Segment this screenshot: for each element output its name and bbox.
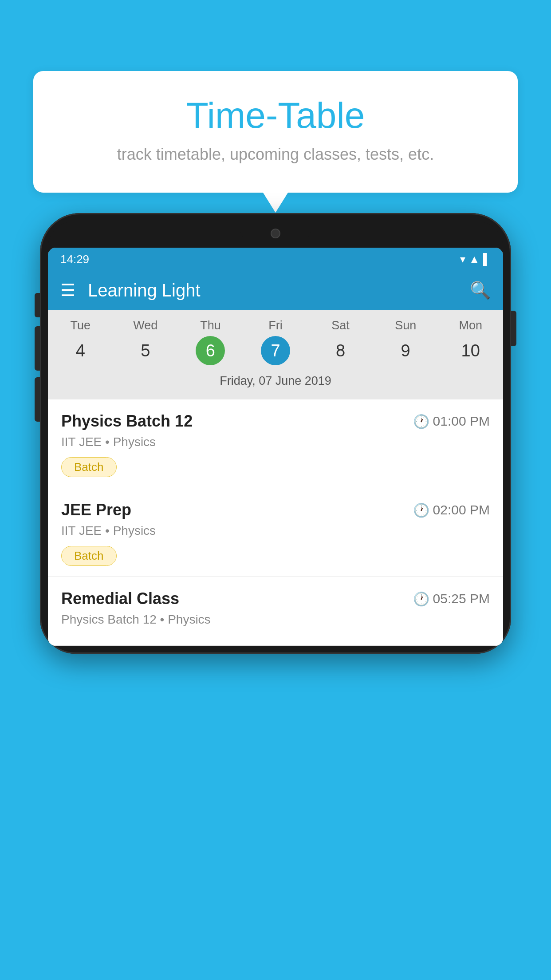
day-cell[interactable]: Mon10 — [438, 319, 503, 365]
schedule-list: Physics Batch 12🕐 01:00 PMIIT JEE • Phys… — [48, 399, 503, 646]
volume-up-button — [35, 326, 40, 371]
day-name: Wed — [113, 319, 178, 332]
days-row: Tue4Wed5Thu6Fri7Sat8Sun9Mon10 — [48, 319, 503, 365]
day-cell[interactable]: Tue4 — [48, 319, 113, 365]
bubble-subtitle: track timetable, upcoming classes, tests… — [60, 145, 491, 164]
schedule-subtitle: Physics Batch 12 • Physics — [61, 612, 490, 627]
day-name: Sun — [373, 319, 438, 332]
schedule-item-header: JEE Prep🕐 02:00 PM — [61, 501, 490, 519]
batch-badge: Batch — [61, 546, 117, 566]
app-title: Learning Light — [88, 281, 470, 300]
day-number: 8 — [326, 336, 355, 365]
day-cell[interactable]: Sat8 — [308, 319, 373, 365]
day-number: 6 — [196, 336, 225, 365]
notch — [240, 221, 311, 245]
signal-icon: ▲ — [469, 253, 480, 265]
search-icon[interactable]: 🔍 — [470, 281, 491, 300]
schedule-time: 🕐 05:25 PM — [413, 591, 490, 607]
phone-wrapper: 14:29 ▾ ▲ ▌ ☰ Learning Light 🔍 Tue4Wed5T… — [40, 213, 511, 980]
speech-bubble: Time-Table track timetable, upcoming cla… — [33, 71, 518, 193]
status-time: 14:29 — [60, 253, 89, 266]
day-cell[interactable]: Fri7 — [243, 319, 308, 365]
camera — [271, 229, 280, 238]
battery-icon: ▌ — [483, 253, 491, 265]
app-bar: ☰ Learning Light 🔍 — [48, 271, 503, 310]
day-cell[interactable]: Thu6 — [178, 319, 243, 365]
schedule-time: 🕐 02:00 PM — [413, 502, 490, 518]
day-number: 4 — [66, 336, 95, 365]
schedule-item-header: Physics Batch 12🕐 01:00 PM — [61, 412, 490, 431]
day-number: 9 — [391, 336, 420, 365]
day-name: Fri — [243, 319, 308, 332]
day-name: Mon — [438, 319, 503, 332]
speech-bubble-container: Time-Table track timetable, upcoming cla… — [33, 71, 518, 193]
schedule-subtitle: IIT JEE • Physics — [61, 435, 490, 449]
schedule-subtitle: IIT JEE • Physics — [61, 524, 490, 538]
day-number: 7 — [261, 336, 290, 365]
volume-silent-button — [35, 293, 40, 317]
menu-icon[interactable]: ☰ — [60, 281, 75, 300]
schedule-item[interactable]: Remedial Class🕐 05:25 PMPhysics Batch 12… — [48, 577, 503, 646]
selected-date-label: Friday, 07 June 2019 — [48, 370, 503, 395]
schedule-time: 🕐 01:00 PM — [413, 414, 490, 429]
volume-down-button — [35, 377, 40, 422]
day-name: Thu — [178, 319, 243, 332]
clock-icon: 🕐 — [413, 414, 429, 429]
schedule-title: Physics Batch 12 — [61, 412, 193, 431]
phone-outer: 14:29 ▾ ▲ ▌ ☰ Learning Light 🔍 Tue4Wed5T… — [40, 213, 511, 654]
schedule-item[interactable]: JEE Prep🕐 02:00 PMIIT JEE • PhysicsBatch — [48, 488, 503, 577]
day-name: Tue — [48, 319, 113, 332]
day-number: 10 — [456, 336, 485, 365]
clock-icon: 🕐 — [413, 502, 429, 518]
power-button — [511, 311, 516, 346]
day-number: 5 — [131, 336, 160, 365]
schedule-item-header: Remedial Class🕐 05:25 PM — [61, 589, 490, 608]
batch-badge: Batch — [61, 457, 117, 477]
schedule-title: Remedial Class — [61, 589, 179, 608]
clock-icon: 🕐 — [413, 591, 429, 607]
day-cell[interactable]: Wed5 — [113, 319, 178, 365]
phone-screen: 14:29 ▾ ▲ ▌ ☰ Learning Light 🔍 Tue4Wed5T… — [48, 248, 503, 646]
status-icons: ▾ ▲ ▌ — [460, 253, 491, 265]
day-name: Sat — [308, 319, 373, 332]
phone-top-bar — [48, 221, 503, 248]
day-cell[interactable]: Sun9 — [373, 319, 438, 365]
status-bar: 14:29 ▾ ▲ ▌ — [48, 248, 503, 271]
calendar-section: Tue4Wed5Thu6Fri7Sat8Sun9Mon10 Friday, 07… — [48, 310, 503, 399]
schedule-item[interactable]: Physics Batch 12🕐 01:00 PMIIT JEE • Phys… — [48, 399, 503, 488]
wifi-icon: ▾ — [460, 253, 465, 265]
schedule-title: JEE Prep — [61, 501, 131, 519]
bubble-title: Time-Table — [60, 95, 491, 135]
